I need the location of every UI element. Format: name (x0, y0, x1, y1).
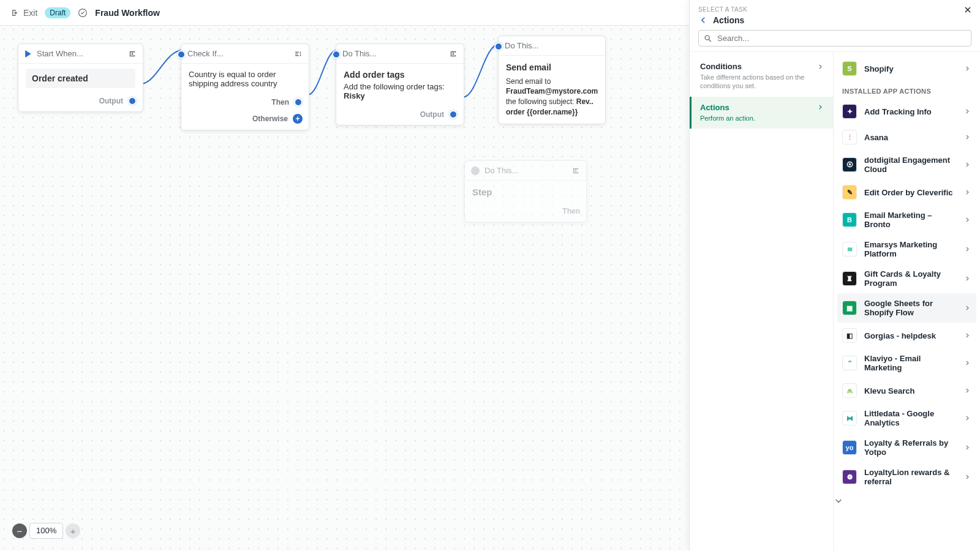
close-icon (963, 5, 973, 15)
panel-eyebrow: SELECT A TASK (698, 6, 971, 13)
task-panel: SELECT A TASK Actions Conditions Take di… (689, 0, 980, 26)
workflow-title: Fraud Workflow (95, 8, 160, 18)
panel-title: Actions (713, 15, 744, 25)
back-icon[interactable] (698, 15, 708, 25)
close-button[interactable] (963, 5, 973, 15)
exit-button[interactable]: Exit (11, 8, 37, 18)
exit-icon (11, 9, 20, 17)
draft-badge: Draft (45, 7, 70, 18)
check-icon (78, 8, 88, 18)
exit-label: Exit (23, 8, 37, 18)
